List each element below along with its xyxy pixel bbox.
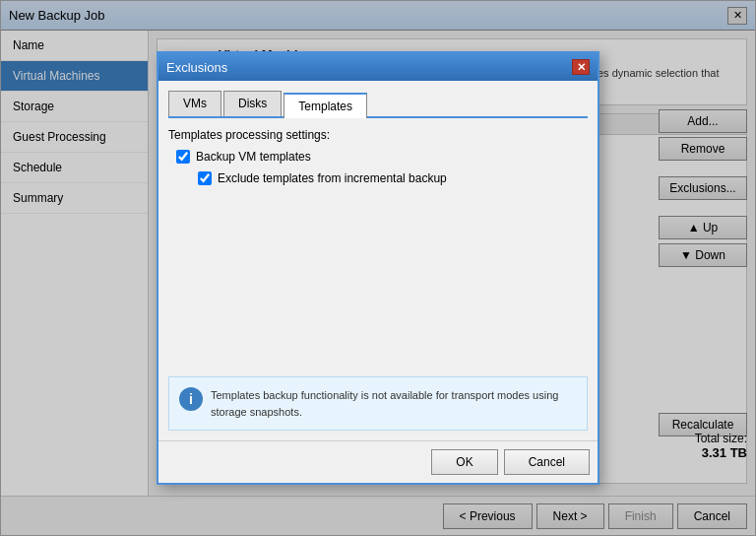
spacer bbox=[168, 193, 588, 376]
backup-vm-templates-label[interactable]: Backup VM templates bbox=[196, 150, 311, 164]
info-icon: i bbox=[179, 387, 203, 411]
exclusions-modal: Exclusions ✕ VMs Disks Templates Templat… bbox=[157, 51, 599, 485]
modal-title-bar: Exclusions ✕ bbox=[158, 53, 598, 81]
exclude-incremental-label[interactable]: Exclude templates from incremental backu… bbox=[218, 171, 447, 185]
info-text: Templates backup functionality is not av… bbox=[211, 387, 577, 420]
tab-disks[interactable]: Disks bbox=[223, 91, 282, 116]
modal-title: Exclusions bbox=[166, 60, 227, 75]
checkbox-row-backup-templates: Backup VM templates bbox=[176, 150, 588, 164]
backup-vm-templates-checkbox[interactable] bbox=[176, 150, 190, 164]
tab-templates[interactable]: Templates bbox=[284, 93, 367, 118]
main-window: New Backup Job ✕ Name Virtual Machines S… bbox=[0, 0, 756, 536]
modal-footer: OK Cancel bbox=[158, 440, 598, 483]
tab-vms[interactable]: VMs bbox=[168, 91, 221, 116]
exclude-incremental-checkbox[interactable] bbox=[198, 171, 212, 185]
modal-cancel-button[interactable]: Cancel bbox=[504, 449, 590, 475]
tab-content-templates: Templates processing settings: Backup VM… bbox=[168, 128, 588, 431]
settings-label: Templates processing settings: bbox=[168, 128, 588, 142]
checkbox-row-exclude-incremental: Exclude templates from incremental backu… bbox=[198, 171, 588, 185]
info-box: i Templates backup functionality is not … bbox=[168, 376, 588, 431]
modal-tabs: VMs Disks Templates bbox=[168, 91, 588, 118]
modal-content: VMs Disks Templates Templates processing… bbox=[158, 81, 598, 440]
modal-close-button[interactable]: ✕ bbox=[572, 59, 590, 75]
modal-ok-button[interactable]: OK bbox=[431, 449, 497, 475]
modal-overlay: Exclusions ✕ VMs Disks Templates Templat… bbox=[1, 1, 755, 535]
